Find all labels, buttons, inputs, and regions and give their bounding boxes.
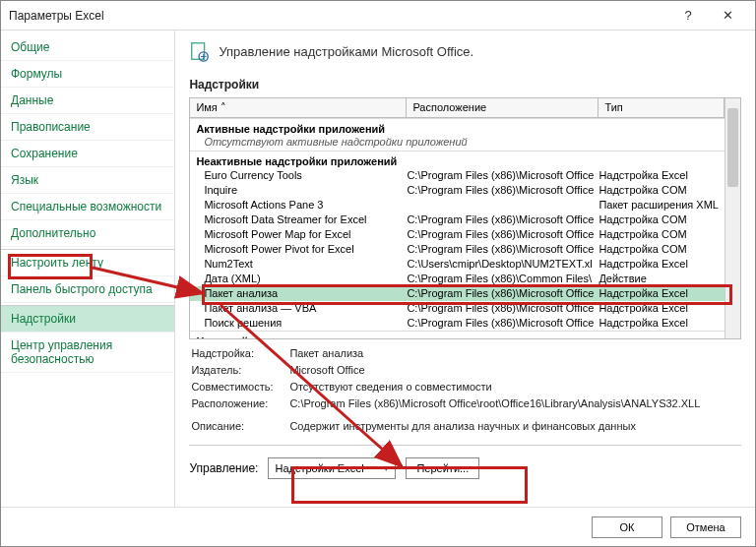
- sidebar-item-qat[interactable]: Панель быстрого доступа: [1, 276, 174, 303]
- sidebar-item-formulas[interactable]: Формулы: [1, 61, 174, 88]
- addin-details: Надстройка:Пакет анализа Издатель:Micros…: [189, 339, 741, 441]
- sidebar-item-general[interactable]: Общие: [1, 34, 174, 61]
- sidebar-item-advanced[interactable]: Дополнительно: [1, 220, 174, 247]
- addin-row[interactable]: Пакет анализа — VBAC:\Program Files (x86…: [190, 301, 724, 316]
- sidebar-item-trust-center[interactable]: Центр управления безопасностью: [1, 333, 174, 373]
- go-button[interactable]: Перейти...: [406, 457, 479, 479]
- col-header-type[interactable]: Тип: [598, 98, 724, 117]
- sidebar-item-proofing[interactable]: Правописание: [1, 114, 174, 141]
- main-panel: Управление надстройками Microsoft Office…: [175, 30, 755, 507]
- addin-row[interactable]: Euro Currency ToolsC:\Program Files (x86…: [190, 168, 724, 183]
- cancel-button[interactable]: Отмена: [670, 517, 741, 538]
- manage-label: Управление:: [189, 461, 258, 475]
- vertical-scrollbar[interactable]: [724, 98, 740, 338]
- excel-options-window: Параметры Excel ? ✕ Общие Формулы Данные…: [0, 0, 756, 547]
- sidebar-item-data[interactable]: Данные: [1, 88, 174, 114]
- grid-header: Имя ˄ Расположение Тип: [190, 98, 724, 118]
- sidebar-item-save[interactable]: Сохранение: [1, 141, 174, 167]
- addin-row[interactable]: Microsoft Data Streamer for ExcelC:\Prog…: [190, 213, 724, 227]
- addin-row[interactable]: Поиск решенияC:\Program Files (x86)\Micr…: [190, 316, 724, 331]
- window-title: Параметры Excel: [9, 9, 668, 23]
- sidebar: Общие Формулы Данные Правописание Сохран…: [1, 30, 175, 507]
- sidebar-item-ribbon[interactable]: Настроить ленту: [1, 249, 174, 276]
- sidebar-item-language[interactable]: Язык: [1, 167, 174, 194]
- addin-row[interactable]: Microsoft Power Pivot for ExcelC:\Progra…: [190, 242, 724, 257]
- ok-button[interactable]: ОК: [592, 517, 662, 538]
- titlebar: Параметры Excel ? ✕: [1, 1, 755, 30]
- group-title: Активные надстройки приложений: [190, 118, 724, 136]
- col-header-location[interactable]: Расположение: [407, 98, 598, 117]
- dialog-footer: ОК Отмена: [1, 507, 755, 546]
- manage-select[interactable]: Надстройки Excel ▾: [268, 457, 396, 479]
- addins-icon: [189, 40, 211, 62]
- addins-grid: Имя ˄ Расположение Тип Активные надстрой…: [189, 97, 741, 339]
- addin-row[interactable]: Дата (XML)C:\Program Files (x86)\Common …: [190, 272, 724, 286]
- col-header-name[interactable]: Имя ˄: [190, 98, 407, 117]
- group-empty-text: Отсутствуют активные надстройки приложен…: [190, 136, 724, 151]
- addin-row[interactable]: Пакет анализаC:\Program Files (x86)\Micr…: [190, 286, 724, 301]
- addin-row[interactable]: Microsoft Power Map for ExcelC:\Program …: [190, 227, 724, 242]
- close-button[interactable]: ✕: [708, 1, 747, 30]
- manage-row: Управление: Надстройки Excel ▾ Перейти..…: [189, 454, 741, 487]
- panel-title: Управление надстройками Microsoft Office…: [219, 44, 473, 59]
- group-title: Надстройки, связанные с документами: [190, 331, 724, 338]
- sidebar-item-accessibility[interactable]: Специальные возможности: [1, 194, 174, 220]
- sidebar-item-addins[interactable]: Надстройки: [1, 305, 174, 333]
- addin-row[interactable]: InquireC:\Program Files (x86)\Microsoft …: [190, 183, 724, 198]
- chevron-down-icon: ▾: [384, 463, 389, 473]
- group-title: Неактивные надстройки приложений: [190, 151, 724, 168]
- addin-row[interactable]: Microsoft Actions Pane 3Пакет расширения…: [190, 198, 724, 213]
- addin-row[interactable]: Num2TextC:\Users\cmipr\Desktop\NUM2TEXT.…: [190, 257, 724, 272]
- help-button[interactable]: ?: [668, 1, 708, 30]
- section-label: Надстройки: [189, 78, 741, 91]
